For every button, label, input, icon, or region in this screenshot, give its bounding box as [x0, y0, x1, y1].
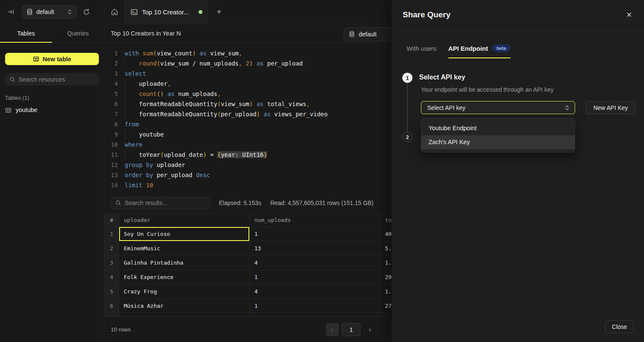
num-uploads-cell[interactable]: 1 [250, 227, 380, 241]
step-1-title: Select API key [419, 73, 636, 81]
row-count-label: 10 rows [111, 326, 131, 333]
line-number: 8 [109, 119, 118, 129]
new-tab-button[interactable]: + [208, 0, 230, 24]
sql-editor[interactable]: 1with sum(view_count) as view_sum,2 roun… [104, 43, 392, 192]
new-api-key-button[interactable]: New API Key [586, 101, 636, 114]
results-search-input[interactable] [125, 200, 205, 206]
collapse-sidebar-icon [8, 8, 14, 15]
total-views-cell[interactable]: 407 [380, 227, 392, 241]
row-index-cell: 3 [104, 256, 119, 270]
row-index-cell: 6 [104, 299, 119, 313]
line-number: 13 [109, 170, 118, 180]
uploader-cell[interactable]: Crazy Frog [119, 285, 250, 298]
share-query-drawer: Share Query ✕ With users API Endpoint be… [391, 0, 644, 342]
num-uploads-cell[interactable]: 4 [250, 256, 380, 270]
query-header: Top 10 Creators in Year N default [104, 24, 392, 43]
editor-database-value: default [359, 31, 377, 38]
total-views-cell[interactable]: 1.4 [380, 256, 392, 270]
editor-database-selector[interactable]: default [344, 27, 392, 41]
row-index-cell: 1 [104, 227, 119, 241]
total-views-cell[interactable]: 294 [380, 270, 392, 284]
table-header-row: #uploadernum_uploadstotal_views [104, 214, 392, 227]
total-views-cell [380, 313, 392, 316]
chevron-right-icon: › [369, 326, 371, 333]
line-number: 3 [109, 68, 118, 79]
tab-api-endpoint[interactable]: API Endpoint beta [448, 44, 510, 58]
uploader-cell[interactable]: Soy Un Curioso [119, 227, 250, 241]
total-views-cell[interactable]: 1.1 [380, 285, 392, 298]
plus-icon: + [216, 7, 221, 17]
code-line: 10where [109, 140, 392, 150]
tab-with-users[interactable]: With users [407, 45, 437, 58]
code-text: formatReadableQuantity(view_sum) as tota… [125, 99, 310, 109]
num-uploads-cell[interactable]: 4 [250, 285, 380, 298]
table-grid-icon [33, 56, 39, 62]
line-number: 6 [109, 99, 118, 109]
prev-page-button[interactable]: ‹ [326, 323, 339, 336]
close-drawer-button[interactable]: Close [605, 320, 634, 333]
sidebar-item-youtube-table[interactable]: youtube [5, 107, 99, 113]
table-row: 5Crazy Frog41.1 [104, 285, 392, 299]
home-button[interactable] [104, 0, 125, 24]
line-number: 11 [109, 150, 118, 160]
column-header-num-uploads: num_uploads [250, 214, 380, 227]
uploader-cell[interactable]: Música Azhar [119, 299, 250, 313]
sidebar-search[interactable] [5, 73, 99, 85]
line-number: 1 [109, 48, 118, 58]
api-key-option[interactable]: Youtube Endpoint [421, 121, 575, 135]
api-key-select[interactable]: Select API key [421, 101, 575, 114]
code-text: youtube [125, 129, 164, 140]
top-bar: default Top 10 Creator... [0, 0, 392, 24]
code-text: limit 10 [125, 180, 153, 190]
code-line: 1with sum(view_count) as view_sum, [109, 48, 392, 58]
elapsed-stat: Elapsed: 5.153s [219, 200, 261, 206]
total-views-cell[interactable]: 5.1 [380, 241, 392, 255]
results-search[interactable] [111, 197, 210, 209]
column-header-index: # [104, 214, 119, 227]
api-key-select-value: Select API key [427, 104, 465, 111]
collapse-sidebar-button[interactable] [8, 8, 14, 15]
num-uploads-cell[interactable]: 1 [250, 270, 380, 284]
drawer-header: Share Query ✕ [392, 0, 644, 30]
num-uploads-cell[interactable]: 13 [250, 241, 380, 255]
table-row: 4Folk Experience1294 [104, 270, 392, 285]
num-uploads-cell [250, 313, 380, 316]
uploader-cell[interactable]: Folk Experience [119, 270, 250, 284]
code-line: 2 round(view_sum / num_uploads, 2) as pe… [109, 58, 392, 68]
uploader-cell[interactable]: EminemMusic [119, 241, 250, 255]
code-text: select [125, 68, 146, 79]
code-text: uploader, [125, 79, 171, 89]
code-line: 9 youtube [109, 129, 392, 140]
query-tab[interactable]: Top 10 Creator... [125, 0, 208, 24]
line-number: 10 [109, 140, 118, 150]
api-key-option[interactable]: Zach's API Key [421, 135, 575, 149]
code-line: 7 formatReadableQuantity(per_upload) as … [109, 109, 392, 119]
results-table: #uploadernum_uploadstotal_views1Soy Un C… [104, 213, 392, 316]
code-line: 8from [109, 119, 392, 129]
column-header-uploader: uploader [119, 214, 250, 227]
sidebar-tabs: Tables Queries [0, 24, 104, 43]
new-table-button[interactable]: New table [5, 53, 99, 65]
step-1: 1 Select API key Your endpoint will be a… [402, 73, 644, 153]
search-icon [115, 200, 121, 206]
line-number: 14 [109, 180, 118, 190]
num-uploads-cell[interactable]: 1 [250, 299, 380, 313]
database-selector-value: default [36, 8, 54, 15]
drawer-close-button[interactable]: ✕ [626, 11, 632, 19]
current-page-indicator[interactable]: 1 [342, 323, 360, 336]
new-table-label: New table [43, 56, 71, 63]
chevron-updown-icon [67, 9, 72, 15]
table-row: 1Soy Un Curioso1407 [104, 227, 392, 241]
sidebar-tab-queries[interactable]: Queries [52, 24, 104, 42]
refresh-button[interactable] [83, 8, 90, 16]
uploader-cell[interactable]: Galinha Pintadinha [119, 256, 250, 270]
code-text: with sum(view_count) as view_sum, [125, 48, 242, 58]
main-area: Top 10 Creators in Year N default 1with … [104, 24, 392, 342]
next-page-button[interactable]: › [363, 323, 377, 336]
sidebar-tab-tables[interactable]: Tables [0, 24, 52, 42]
app-root: default Top 10 Creator... [0, 0, 644, 342]
total-views-cell[interactable]: 274 [380, 299, 392, 313]
sidebar-search-input[interactable] [19, 76, 95, 83]
database-selector[interactable]: default [22, 5, 77, 19]
table-row: 6Música Azhar1274 [104, 299, 392, 313]
